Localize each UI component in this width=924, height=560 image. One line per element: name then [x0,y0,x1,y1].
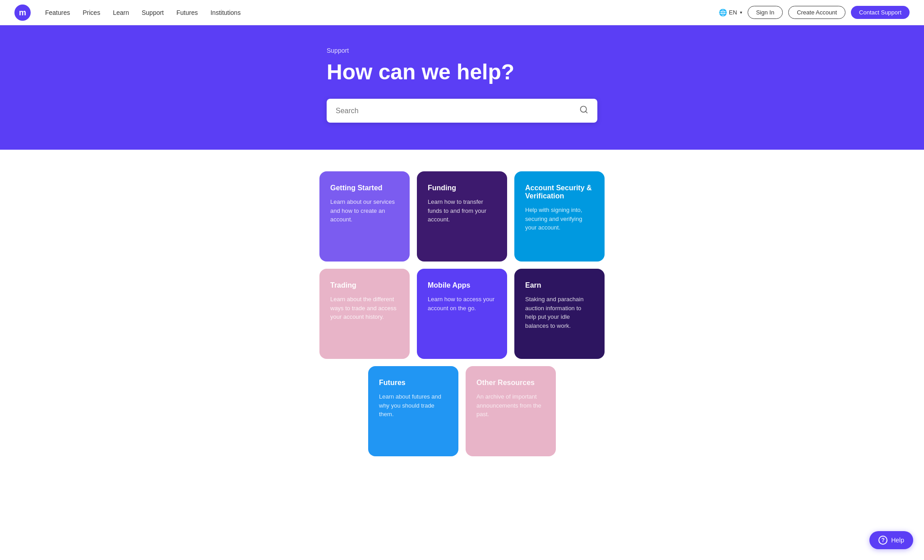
cards-section: Getting Started Learn about our services… [0,150,924,491]
chevron-down-icon: ▾ [740,10,742,15]
help-circle-icon: ? [878,536,887,545]
nav-right: 🌐 EN ▾ Sign In Create Account Contact Su… [719,6,910,19]
navbar: m Features Prices Learn Support Futures … [0,0,924,25]
nav-item-learn[interactable]: Learn [113,9,129,16]
lang-label: EN [729,9,737,16]
hero-section: Support How can we help? [0,25,924,150]
nav-item-support[interactable]: Support [142,9,164,16]
card-trading-title: Trading [330,281,399,289]
card-other-resources-title: Other Resources [476,379,545,387]
nav-links: Features Prices Learn Support Futures In… [45,9,719,16]
card-mobile-apps-title: Mobile Apps [428,281,496,289]
hero-breadcrumb: Support [327,47,349,54]
svg-line-3 [586,111,587,113]
card-earn-title: Earn [525,281,594,289]
card-futures-desc: Learn about futures and why you should t… [379,392,448,419]
search-input[interactable] [336,107,579,115]
help-button-label: Help [891,537,904,544]
contact-support-button[interactable]: Contact Support [851,6,910,19]
card-mobile-apps[interactable]: Mobile Apps Learn how to access your acc… [417,269,507,359]
card-futures-title: Futures [379,379,448,387]
card-trading[interactable]: Trading Learn about the different ways t… [319,269,410,359]
card-funding-title: Funding [428,184,496,192]
language-selector[interactable]: 🌐 EN ▾ [719,9,742,17]
cards-row-1: Getting Started Learn about our services… [319,171,605,262]
nav-item-prices[interactable]: Prices [83,9,100,16]
card-futures[interactable]: Futures Learn about futures and why you … [368,366,458,456]
logo[interactable]: m [14,5,31,21]
hero-title: How can we help? [327,60,597,84]
card-funding[interactable]: Funding Learn how to transfer funds to a… [417,171,507,262]
sign-in-button[interactable]: Sign In [748,6,783,19]
card-getting-started-desc: Learn about our services and how to crea… [330,197,399,224]
card-trading-desc: Learn about the different ways to trade … [330,295,399,321]
card-getting-started-title: Getting Started [330,184,399,192]
card-account-security-title: Account Security & Verification [525,184,594,200]
nav-item-institutions[interactable]: Institutions [210,9,240,16]
search-bar [327,99,597,123]
card-other-resources-desc: An archive of important announcements fr… [476,392,545,419]
search-icon [579,105,588,116]
globe-icon: 🌐 [719,9,727,17]
nav-item-futures[interactable]: Futures [176,9,198,16]
card-account-security-desc: Help with signing into, securing and ver… [525,206,594,232]
help-button[interactable]: ? Help [869,531,913,549]
cards-row-3: Futures Learn about futures and why you … [368,366,556,456]
card-earn[interactable]: Earn Staking and parachain auction infor… [514,269,605,359]
create-account-button[interactable]: Create Account [788,6,845,19]
svg-text:m: m [19,8,26,17]
cards-row-2: Trading Learn about the different ways t… [319,269,605,359]
card-other-resources[interactable]: Other Resources An archive of important … [466,366,556,456]
card-funding-desc: Learn how to transfer funds to and from … [428,197,496,224]
nav-item-features[interactable]: Features [45,9,70,16]
card-mobile-apps-desc: Learn how to access your account on the … [428,295,496,312]
card-earn-desc: Staking and parachain auction informatio… [525,295,594,330]
card-account-security[interactable]: Account Security & Verification Help wit… [514,171,605,262]
card-getting-started[interactable]: Getting Started Learn about our services… [319,171,410,262]
